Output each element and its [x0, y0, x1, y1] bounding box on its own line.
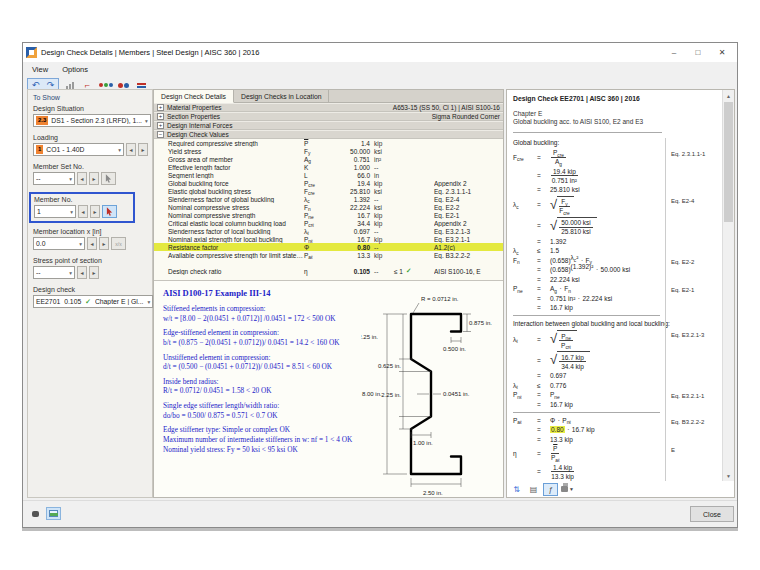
- loading-badge: 1: [36, 145, 43, 154]
- list-view-icon[interactable]: ▤: [526, 483, 541, 496]
- comment-icon[interactable]: [28, 507, 43, 520]
- member-no-pick-button[interactable]: [102, 205, 117, 218]
- tab-design-check-details[interactable]: Design Check Details: [154, 90, 234, 103]
- scrollbar[interactable]: ▲ ▼: [722, 90, 734, 481]
- equation-rhs: 0.776: [550, 382, 566, 389]
- table-row[interactable]: Yield stressFy50.000ksi: [154, 147, 503, 155]
- collapse-icon[interactable]: −: [157, 131, 164, 138]
- sigma-section-diagram: 8.00 in. 2.25 in. 0.625 in. 2.25 in. R =…: [361, 289, 501, 497]
- subtitle-line: Global buckling acc. to AISI S100, E2 an…: [513, 118, 722, 125]
- loading-next-button[interactable]: ►: [138, 143, 148, 156]
- equation-relation: =: [537, 372, 550, 379]
- equation-rhs: PPaℓ: [550, 445, 561, 461]
- table-row[interactable]: Segment lengthL66.0in: [154, 171, 503, 179]
- row-reference: Eq. B3.2.2-2: [434, 252, 503, 259]
- table-row[interactable]: Slenderness factor of global bucklingλc1…: [154, 195, 503, 203]
- member-no-select[interactable]: 1 ▾: [34, 205, 76, 218]
- equation-line: =25.810 ksi: [513, 186, 660, 193]
- close-icon[interactable]: ✕: [710, 44, 734, 61]
- table-group-row[interactable]: +Design Internal Forces: [154, 121, 503, 130]
- table-group-row[interactable]: +Section PropertiesSigma Rounded Corner: [154, 112, 503, 121]
- member-set-pick-button[interactable]: [101, 172, 116, 185]
- scroll-thumb[interactable]: [724, 102, 733, 222]
- design-check-select[interactable]: EE2701 0.105 ✓ Chapter E | Gl... ▾: [33, 295, 153, 308]
- row-description: Critical elastic local column buckling l…: [154, 220, 304, 227]
- relative-position-glyph: x/x: [115, 241, 121, 247]
- menu-options[interactable]: Options: [62, 65, 88, 74]
- equation-line: =0.751 in²·22.224 ksi: [513, 295, 660, 302]
- stress-point-next-button[interactable]: ►: [89, 266, 99, 279]
- loading-select[interactable]: 1 CO1 - 1.40D ▾: [33, 143, 124, 156]
- table-row[interactable]: Required compressive strengthP1.4kip: [154, 139, 503, 147]
- row-description: Resistance factor: [154, 244, 304, 251]
- table-row[interactable]: Critical elastic local column buckling l…: [154, 219, 503, 227]
- table-row[interactable]: Design check ratioη0.105--≤ 1✓AISI S100-…: [154, 267, 503, 275]
- row-value: 13.3: [334, 252, 370, 259]
- table-row[interactable]: [154, 259, 503, 267]
- table-row[interactable]: Available compressive strength for limit…: [154, 251, 503, 259]
- equation-line: =0.697: [513, 372, 660, 379]
- table-row[interactable]: Nominal compressive stressFn22.224ksiEq.…: [154, 203, 503, 211]
- scroll-up-icon[interactable]: ▲: [723, 90, 734, 101]
- design-situation-select[interactable]: 2.3 DS1 - Section 2.3 (LRFD), 1... ▾: [33, 114, 151, 127]
- formula-section-heading: Interaction between global buckling and …: [513, 320, 722, 327]
- member-no-prev-button[interactable]: ◄: [78, 205, 88, 218]
- formula-view-icon[interactable]: ƒ: [543, 483, 558, 496]
- row-unit: in²: [370, 156, 394, 163]
- row-value: 16.7: [334, 212, 370, 219]
- tab-design-checks-in-location[interactable]: Design Checks in Location: [234, 90, 329, 102]
- scroll-down-icon[interactable]: ▼: [723, 470, 734, 481]
- equation-line: =16.7 kip: [513, 401, 660, 408]
- table-group-row[interactable]: −Design Check Values: [154, 130, 503, 139]
- equation-rhs: 16.7 kip: [550, 401, 573, 408]
- row-value: 66.0: [334, 172, 370, 179]
- equation-line: =(0.658)(1.392)²·50.000 ksi: [513, 266, 660, 273]
- menu-view[interactable]: View: [32, 65, 48, 74]
- member-no-next-button[interactable]: ►: [90, 205, 100, 218]
- row-unit: --: [370, 164, 394, 171]
- table-row[interactable]: Elastic global buckling stressFcre25.810…: [154, 187, 503, 195]
- table-row[interactable]: Global buckling forcePcre19.4kipAppendix…: [154, 179, 503, 187]
- table-row[interactable]: Gross area of memberAg0.751in²: [154, 155, 503, 163]
- equation-reference: Eq. E2-1: [666, 287, 720, 293]
- print-icon[interactable]: ▼: [560, 483, 575, 496]
- table-row[interactable]: Nominal compressive strengthPne16.7kipEq…: [154, 211, 503, 219]
- member-location-prev-button[interactable]: ◄: [87, 237, 97, 250]
- member-location-next-button[interactable]: ►: [99, 237, 109, 250]
- expand-icon[interactable]: +: [157, 113, 164, 120]
- minimize-icon[interactable]: –: [662, 44, 686, 61]
- equation-relation: =: [537, 468, 550, 475]
- graphic-icon[interactable]: [46, 507, 61, 520]
- close-button[interactable]: Close: [690, 506, 734, 522]
- table-row[interactable]: Nominal axial strength for local bucklin…: [154, 235, 503, 243]
- row-unit: kip: [370, 180, 394, 187]
- relative-position-button[interactable]: x/x: [111, 237, 126, 250]
- member-set-prev-button[interactable]: ◄: [77, 172, 87, 185]
- equation-rhs: 13.3 kip: [550, 436, 573, 443]
- loading-prev-button[interactable]: ◄: [126, 143, 136, 156]
- row-reference: Eq. E2-4: [434, 196, 503, 203]
- dialog-bottom-bar: Close: [23, 500, 737, 527]
- formula-divider: [513, 315, 660, 316]
- app-icon: [26, 47, 37, 58]
- svg-text:2.25 in.: 2.25 in.: [381, 392, 401, 398]
- table-group-row[interactable]: +Material PropertiesA653-15 (SS 50, Cl 1…: [154, 103, 503, 112]
- stress-point-prev-button[interactable]: ◄: [77, 266, 87, 279]
- group-right-text: Sigma Rounded Corner: [432, 113, 500, 120]
- table-row[interactable]: Effective length factorK1.000--: [154, 163, 503, 171]
- equation-rhs: (0.658)(1.392)²·50.000 ksi: [550, 266, 630, 273]
- expand-icon[interactable]: +: [157, 122, 164, 129]
- row-description: Effective length factor: [154, 164, 304, 171]
- print-dropdown-icon[interactable]: ▼: [569, 486, 574, 492]
- member-location-select[interactable]: 0.0 ▾: [33, 237, 85, 250]
- table-row[interactable]: Resistance factorΦ0.80--A1.2(c): [154, 243, 503, 251]
- member-set-next-button[interactable]: ►: [89, 172, 99, 185]
- stress-point-select[interactable]: -- ▾: [33, 266, 75, 279]
- maximize-icon[interactable]: □: [686, 44, 710, 61]
- table-row[interactable]: Slenderness factor of local bucklingλℓ0.…: [154, 227, 503, 235]
- member-set-select[interactable]: -- ▾: [33, 172, 75, 185]
- equation-relation: =: [537, 450, 550, 457]
- expand-icon[interactable]: +: [157, 104, 164, 111]
- chevron-down-icon: ▾: [69, 176, 72, 182]
- substitute-values-icon[interactable]: ⇅: [509, 483, 524, 496]
